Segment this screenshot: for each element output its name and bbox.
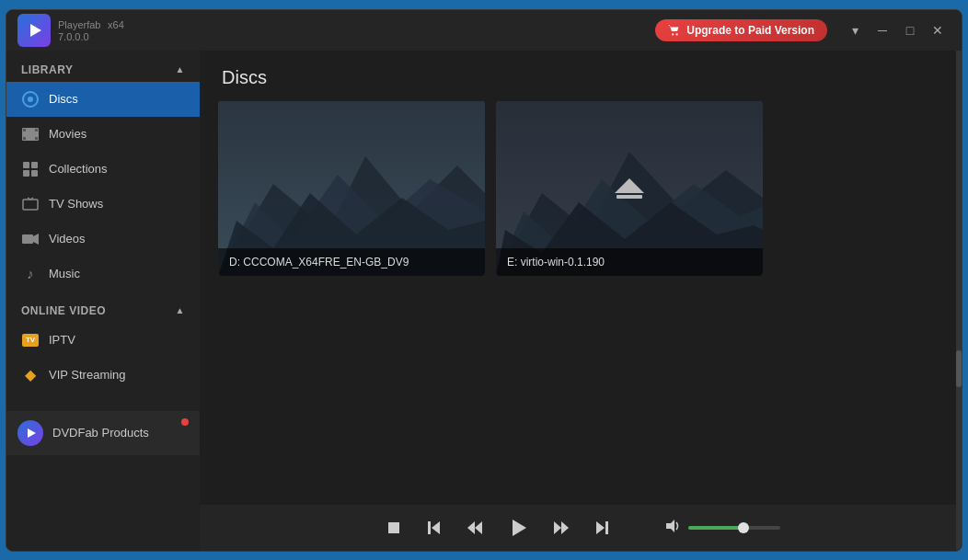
vip-icon: ◆: [21, 366, 40, 384]
player-controls: [200, 505, 962, 551]
sidebar-item-vip-streaming[interactable]: ◆ VIP Streaming: [6, 358, 200, 393]
play-icon: [510, 520, 526, 536]
eject-icon: [615, 178, 644, 199]
app-name-suffix: x64: [108, 19, 124, 30]
disc-icon: [21, 90, 40, 109]
svg-rect-7: [23, 200, 38, 210]
app-logo-icon: [17, 14, 51, 47]
cart-icon: [668, 24, 681, 37]
chevron-up-icon: ▲: [176, 64, 185, 74]
volume-fill: [688, 526, 743, 530]
sidebar-discs-label: Discs: [49, 92, 78, 106]
sidebar-item-iptv[interactable]: TV IPTV: [6, 323, 200, 358]
app-name: Playerfab x64: [58, 17, 124, 31]
volume-section: [666, 520, 780, 535]
online-video-section-header: ONLINE VIDEO ▲: [6, 291, 200, 323]
next-icon: [595, 521, 608, 534]
title-bar-right: Upgrade to Paid Version ▾ ─ □ ✕: [655, 17, 951, 43]
library-label: Library: [21, 63, 73, 76]
svg-marker-28: [596, 521, 605, 534]
eject-bar: [617, 195, 642, 199]
svg-point-1: [676, 33, 678, 35]
svg-rect-10: [22, 234, 33, 244]
sidebar-item-music[interactable]: ♪ Music: [6, 257, 200, 291]
sidebar-collections-label: Collections: [49, 162, 108, 176]
eject-triangle: [615, 178, 644, 193]
prev-icon: [428, 521, 441, 534]
title-bar: Playerfab x64 7.0.0.0 Upgrade to Paid Ve…: [6, 10, 962, 51]
play-button[interactable]: [502, 512, 534, 543]
sidebar-item-tvshows[interactable]: TV Shows: [6, 187, 200, 222]
volume-slider[interactable]: [688, 526, 780, 530]
disc-card-d[interactable]: D: CCCOMA_X64FRE_EN-GB_DV9: [218, 101, 485, 276]
app-window: Playerfab x64 7.0.0.0 Upgrade to Paid Ve…: [6, 9, 962, 552]
speaker-icon: [666, 520, 681, 532]
svg-marker-23: [475, 521, 482, 534]
settings-control[interactable]: ▾: [842, 17, 868, 43]
dvdfab-logo: [17, 420, 43, 446]
videos-icon: [21, 230, 40, 248]
dvdfab-label: DVDFab Products: [52, 426, 149, 440]
fastforward-button[interactable]: [548, 515, 574, 541]
volume-thumb[interactable]: [738, 522, 749, 533]
svg-marker-24: [467, 521, 475, 534]
svg-rect-4: [35, 129, 38, 131]
disc-d-label-text: D: CCCOMA_X64FRE_EN-GB_DV9: [229, 256, 409, 269]
app-logo-group: Playerfab x64 7.0.0.0: [17, 14, 124, 47]
svg-marker-21: [432, 521, 440, 534]
disc-e-label-text: E: virtio-win-0.1.190: [507, 256, 605, 269]
svg-marker-30: [666, 520, 674, 532]
notification-dot: [181, 418, 189, 426]
disc-card-e[interactable]: E: virtio-win-0.1.190: [496, 101, 763, 276]
rewind-button[interactable]: [462, 515, 488, 541]
sidebar: Library ▲ Discs: [6, 51, 200, 551]
sidebar-iptv-label: IPTV: [49, 333, 75, 347]
upgrade-button[interactable]: Upgrade to Paid Version: [655, 19, 827, 41]
svg-rect-29: [605, 521, 608, 534]
sidebar-tvshows-label: TV Shows: [49, 197, 103, 211]
svg-marker-25: [513, 520, 526, 536]
svg-rect-3: [23, 129, 26, 131]
stop-button[interactable]: [381, 515, 407, 541]
sidebar-item-videos[interactable]: Videos: [6, 222, 200, 257]
svg-marker-11: [33, 234, 39, 245]
page-title: Discs: [222, 67, 939, 88]
disc-grid: D: CCCOMA_X64FRE_EN-GB_DV9: [200, 101, 962, 505]
dvdfab-products-bar[interactable]: DVDFab Products: [6, 411, 200, 455]
upgrade-label: Upgrade to Paid Version: [686, 24, 814, 37]
disc-label-e: E: virtio-win-0.1.190: [496, 248, 763, 276]
iptv-icon: TV: [21, 331, 40, 349]
sidebar-item-collections[interactable]: Collections: [6, 152, 200, 187]
scrollbar-thumb: [956, 350, 962, 387]
svg-rect-6: [35, 137, 38, 140]
sidebar-vip-label: VIP Streaming: [49, 368, 126, 382]
music-icon: ♪: [21, 265, 40, 283]
app-name-group: Playerfab x64 7.0.0.0: [58, 17, 124, 42]
app-name-text: Playerfab: [58, 19, 100, 30]
eject-symbol: [615, 178, 644, 199]
content-area: Discs: [200, 51, 962, 551]
ff-icon: [554, 521, 569, 534]
close-button[interactable]: ✕: [925, 17, 951, 43]
scrollbar-track[interactable]: [956, 51, 962, 551]
volume-icon: [666, 520, 681, 535]
tv-icon: [21, 195, 40, 213]
library-section-header: Library ▲: [6, 51, 200, 82]
window-controls: ▾ ─ □ ✕: [842, 17, 951, 43]
previous-button[interactable]: [421, 515, 447, 541]
sidebar-item-discs[interactable]: Discs: [6, 82, 200, 117]
maximize-button[interactable]: □: [897, 17, 923, 43]
logo-triangle: [30, 24, 41, 37]
minimize-button[interactable]: ─: [870, 17, 895, 43]
content-header: Discs: [200, 51, 962, 101]
dvdfab-logo-triangle: [28, 429, 36, 438]
stop-icon: [388, 522, 399, 533]
svg-marker-27: [561, 521, 569, 534]
sidebar-item-movies[interactable]: Movies: [6, 117, 200, 152]
collections-icon: [21, 160, 40, 178]
svg-rect-20: [388, 522, 399, 533]
next-button[interactable]: [589, 515, 615, 541]
main-content: Library ▲ Discs: [6, 51, 962, 551]
chevron-up-icon-2: ▲: [176, 305, 185, 315]
svg-rect-22: [428, 521, 431, 534]
